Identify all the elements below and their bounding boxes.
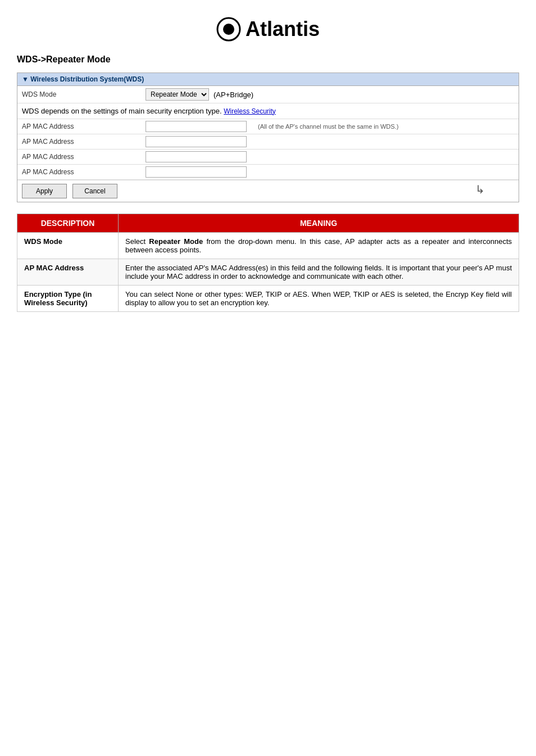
wds-depends-row: WDS depends on the settings of main secu… — [17, 103, 519, 119]
ap-mac-row-4: AP MAC Address — [17, 165, 519, 180]
wds-mode-label: WDS Mode — [22, 90, 146, 98]
term-cell: WDS Mode — [17, 233, 119, 259]
table-row: WDS ModeSelect Repeater Mode from the dr… — [17, 233, 519, 259]
wds-depends-text: WDS depends on the settings of main secu… — [22, 107, 222, 115]
ap-mac-row-1: AP MAC Address (All of the AP's channel … — [17, 119, 519, 134]
ap-mac-label-3: AP MAC Address — [22, 153, 146, 161]
svg-point-1 — [223, 24, 234, 35]
ap-mac-input-2[interactable] — [146, 136, 247, 147]
definition-cell: You can select None or other types: WEP,… — [119, 286, 519, 312]
ap-mac-input-4[interactable] — [146, 166, 247, 178]
ap-mac-label-4: AP MAC Address — [22, 168, 146, 176]
cancel-button[interactable]: Cancel — [72, 184, 117, 198]
logo-area: Atlantis — [17, 11, 519, 43]
wds-mode-select[interactable]: Repeater Mode AP+Bridge — [146, 88, 209, 101]
ap-mac-input-1[interactable] — [146, 121, 247, 132]
col1-header: DESCRIPTION — [17, 214, 119, 233]
term-cell: AP MAC Address — [17, 259, 119, 286]
ap-mac-input-3[interactable] — [146, 151, 247, 162]
apply-button[interactable]: Apply — [22, 184, 67, 198]
wds-mode-control: Repeater Mode AP+Bridge (AP+Bridge) — [146, 88, 514, 101]
ap-mac-label-1: AP MAC Address — [22, 123, 146, 130]
wds-mode-extra: (AP+Bridge) — [214, 90, 253, 99]
page-title: WDS->Repeater Mode — [17, 55, 519, 65]
definition-cell: Enter the associated AP's MAC Address(es… — [119, 259, 519, 286]
wds-panel: ▼ Wireless Distribution System(WDS) WDS … — [17, 73, 519, 202]
logo: Atlantis — [216, 17, 320, 42]
wds-panel-header: ▼ Wireless Distribution System(WDS) — [17, 73, 519, 86]
ap-mac-row-3: AP MAC Address — [17, 150, 519, 165]
wds-mode-row: WDS Mode Repeater Mode AP+Bridge (AP+Bri… — [17, 86, 519, 103]
mac-note: (All of the AP's channel must be the sam… — [258, 123, 398, 130]
ap-mac-label-2: AP MAC Address — [22, 138, 146, 146]
atlantis-logo-icon — [216, 17, 241, 42]
buttons-row: Apply Cancel ↳ — [17, 180, 519, 202]
wireless-security-link[interactable]: Wireless Security — [224, 107, 276, 115]
logo-text: Atlantis — [246, 17, 320, 41]
table-row: AP MAC AddressEnter the associated AP's … — [17, 259, 519, 286]
ap-mac-row-2: AP MAC Address — [17, 134, 519, 150]
table-row: Encryption Type (inWireless Security)You… — [17, 286, 519, 312]
col2-header: MEANING — [119, 214, 519, 233]
description-table: DESCRIPTION MEANING WDS ModeSelect Repea… — [17, 214, 519, 312]
cursor-icon: ↳ — [475, 183, 485, 196]
term-cell: Encryption Type (inWireless Security) — [17, 286, 119, 312]
definition-cell: Select Repeater Mode from the drop-down … — [119, 233, 519, 259]
